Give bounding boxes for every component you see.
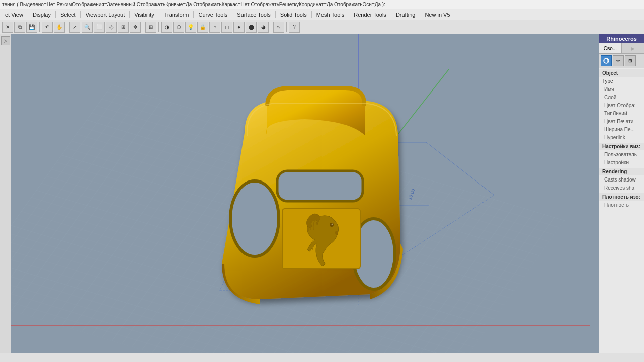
menu-sep-3 xyxy=(80,11,81,18)
menu-sep-9 xyxy=(311,11,312,18)
prop-settings: Настройки xyxy=(599,159,644,167)
menu-visibility[interactable]: Visibility xyxy=(130,11,158,19)
left-arrow-btn[interactable]: ▷ xyxy=(1,36,10,45)
toolbar-zoom-in-btn[interactable]: 🔍 xyxy=(82,22,93,33)
toolbar-cube-btn[interactable]: ◻ xyxy=(221,22,232,33)
prop-print-color: Цвет Печати xyxy=(599,118,644,126)
prop-receives-shadow: Receives sha xyxy=(599,184,644,192)
toolbar-sep-6 xyxy=(286,22,287,32)
toolbar-save-btn[interactable]: 💾 xyxy=(26,22,37,33)
section-display-settings: Настройки виз: xyxy=(599,143,644,151)
menu-select[interactable]: Select xyxy=(56,11,80,19)
menu-sep-10 xyxy=(349,11,349,18)
bottom-bar xyxy=(0,353,644,362)
menu-sep-6 xyxy=(193,11,194,18)
panel-pencil-icon-btn[interactable]: ✏ xyxy=(613,55,624,66)
panel-title: Rhinoceros xyxy=(599,34,644,43)
prop-layer: Слой xyxy=(599,94,644,102)
toolbar-ball2-btn[interactable]: ● xyxy=(233,22,245,33)
menu-sep-5 xyxy=(159,11,159,18)
panel-adjust-icon-btn[interactable]: ⊞ xyxy=(625,55,636,66)
properties-list: Object Type Имя Слой Цвет Отобра: ТипЛин… xyxy=(599,68,644,353)
svg-point-26 xyxy=(335,231,338,235)
panel-tab-2[interactable]: ▶ xyxy=(622,43,644,53)
prop-color: Цвет Отобра: xyxy=(599,102,644,110)
menu-curve-tools[interactable]: Curve Tools xyxy=(194,11,231,19)
menu-sep-11 xyxy=(391,11,391,18)
3d-model xyxy=(179,73,431,314)
prop-linetype: ТипЛиний xyxy=(599,110,644,118)
toolbar-sep-3 xyxy=(143,22,143,32)
prop-type: Type xyxy=(599,77,644,85)
menu-surface-tools[interactable]: Surface Tools xyxy=(233,11,274,19)
toolbar-persp-btn[interactable]: ⬡ xyxy=(173,22,184,33)
prop-density: Плотность xyxy=(599,201,644,209)
menu-sep-12 xyxy=(420,11,420,18)
toolbar-close-btn[interactable]: ✕ xyxy=(2,22,13,33)
left-toolbar: ▷ xyxy=(0,34,11,353)
toolbar-shaded-btn[interactable]: ◑ xyxy=(161,22,172,33)
viewport[interactable]: 50.00 22.00 51.44 10.00 xyxy=(11,34,599,353)
svg-point-29 xyxy=(605,58,608,63)
toolbar-sep-2 xyxy=(67,22,67,32)
menu-drafting[interactable]: Drafting xyxy=(392,11,420,19)
prop-casts-shadow: Casts shadow xyxy=(599,176,644,184)
menu-new-in-v5[interactable]: New in V5 xyxy=(421,11,454,19)
toolbar-sphere-btn[interactable]: ○ xyxy=(209,22,220,33)
toolbar-zoom-ext-btn[interactable]: ⊞ xyxy=(118,22,129,33)
panel-sphere-icon-btn[interactable] xyxy=(601,55,612,66)
main-area: ▷ xyxy=(0,34,644,353)
status-text: тения ( Выделено=Нет РежимОтображения=За… xyxy=(2,2,385,7)
panel-tab-properties[interactable]: Сво... xyxy=(599,43,622,53)
toolbar-grid-toggle-btn[interactable]: ⊞ xyxy=(145,22,156,33)
toolbar-lock-btn[interactable]: 🔒 xyxy=(197,22,208,33)
prop-name: Имя xyxy=(599,85,644,94)
menu-render-tools[interactable]: Render Tools xyxy=(350,11,390,19)
toolbar-select-btn[interactable]: ↖ xyxy=(273,22,284,33)
toolbar: ✕ ⧉ 💾 ↶ ✋ ↗ 🔍 ⬜ ◎ ⊞ ✥ ⊞ ◑ ⬡ 💡 🔒 ○ ◻ ● ⬤ … xyxy=(0,20,644,34)
toolbar-sep-1 xyxy=(39,22,40,32)
section-density: Плотность изо: xyxy=(599,193,644,201)
toolbar-ball3-btn[interactable]: ⬤ xyxy=(246,22,257,33)
toolbar-copy-btn[interactable]: ⧉ xyxy=(14,22,25,33)
model-geometry xyxy=(179,73,431,314)
menu-viewport-layout[interactable]: Viewport Layout xyxy=(82,11,129,19)
menu-sep-1 xyxy=(28,11,28,18)
toolbar-pan-btn[interactable]: ✥ xyxy=(130,22,141,33)
right-panel: Rhinoceros Сво... ▶ ✏ ⊞ Object Type Имя … xyxy=(599,34,644,353)
menu-et-view[interactable]: et View xyxy=(1,11,27,19)
menu-mesh-tools[interactable]: Mesh Tools xyxy=(312,11,348,19)
section-object: Object xyxy=(599,69,644,77)
status-bar: тения ( Выделено=Нет РежимОтображения=За… xyxy=(0,0,644,9)
menu-sep-4 xyxy=(129,11,130,18)
menu-bar: et View Display Select Viewport Layout V… xyxy=(0,9,644,20)
menu-sep-2 xyxy=(55,11,56,18)
menu-solid-tools[interactable]: Solid Tools xyxy=(276,11,311,19)
menu-display[interactable]: Display xyxy=(29,11,55,19)
toolbar-zoom-sel-btn[interactable]: ◎ xyxy=(106,22,117,33)
section-rendering: Rendering xyxy=(599,168,644,176)
toolbar-undo-btn[interactable]: ↶ xyxy=(42,22,53,33)
panel-icon-buttons: ✏ ⊞ xyxy=(599,54,644,68)
toolbar-light-btn[interactable]: 💡 xyxy=(185,22,196,33)
prop-print-width: Ширина Пе... xyxy=(599,126,644,134)
menu-transform[interactable]: Transform xyxy=(160,11,193,19)
prop-hyperlink: Hyperlink xyxy=(599,134,644,142)
prop-user: Пользователь xyxy=(599,151,644,159)
toolbar-ball4-btn[interactable]: ◕ xyxy=(258,22,269,33)
panel-tabs: Сво... ▶ xyxy=(599,43,644,54)
svg-rect-21 xyxy=(277,171,363,201)
toolbar-sep-5 xyxy=(271,22,271,32)
menu-sep-7 xyxy=(232,11,232,18)
svg-point-25 xyxy=(332,224,333,225)
toolbar-zoom-box-btn[interactable]: ⬜ xyxy=(94,22,105,33)
toolbar-hand-btn[interactable]: ✋ xyxy=(54,22,65,33)
toolbar-sep-4 xyxy=(158,22,159,32)
menu-sep-8 xyxy=(275,11,276,18)
toolbar-move-arrow-btn[interactable]: ↗ xyxy=(69,22,80,33)
toolbar-help-btn[interactable]: ? xyxy=(289,22,300,33)
